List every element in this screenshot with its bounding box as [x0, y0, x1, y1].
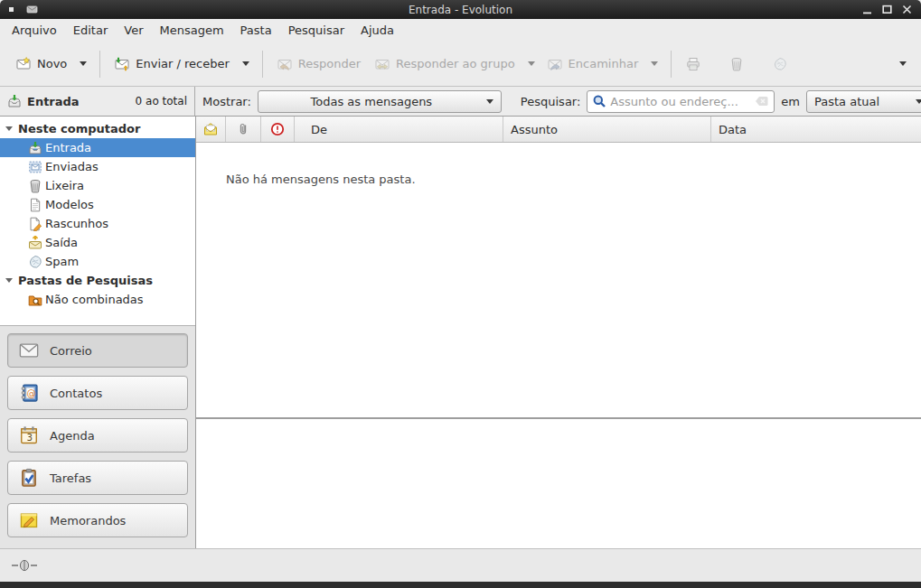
sidebar-item-nao-combinadas[interactable]: Não combinadas	[0, 290, 195, 309]
folder-label: Entrada	[45, 141, 91, 154]
send-receive-group: Enviar / receber	[108, 51, 255, 77]
current-folder-header: Entrada 0 ao total	[0, 87, 195, 116]
forward-dropdown-button[interactable]	[645, 56, 663, 71]
sidebar-item-modelos[interactable]: Modelos	[0, 195, 195, 214]
message-list-header: De Assunto Data	[196, 117, 921, 143]
menu-arquivo[interactable]: Arquivo	[4, 21, 65, 40]
reply-all-button-label: Responder ao grupo	[396, 57, 515, 70]
reply-button-label: Responder	[298, 57, 361, 70]
current-folder-label: Entrada	[27, 95, 80, 108]
sidebar-item-enviadas[interactable]: Enviadas	[0, 157, 195, 176]
window-title: Entrada - Evolution	[0, 4, 921, 16]
sidebar-group-neste-computador[interactable]: Neste computador	[0, 119, 195, 138]
menu-editar[interactable]: Editar	[65, 21, 117, 40]
column-assunto[interactable]: Assunto	[503, 117, 711, 142]
toolbar-overflow-button[interactable]	[894, 56, 912, 71]
menu-ver[interactable]: Ver	[116, 21, 151, 40]
column-attachment[interactable]	[226, 117, 261, 142]
new-mail-icon	[16, 57, 31, 71]
menubar: Arquivo Editar Ver Mensagem Pasta Pesqui…	[0, 19, 921, 42]
chevron-down-icon	[486, 99, 493, 104]
switcher-button-correio[interactable]: Correio	[7, 333, 188, 368]
online-status-button[interactable]	[12, 559, 37, 572]
message-pane: De Assunto Data Não há mensagens nesta p…	[196, 117, 921, 548]
templates-icon	[28, 198, 42, 212]
attachment-icon	[236, 122, 250, 136]
switcher-label: Contatos	[50, 387, 102, 400]
expander-icon[interactable]	[5, 278, 13, 283]
evolution-window: Entrada - Evolution Arquivo Editar Ver M…	[0, 0, 921, 588]
switcher-button-agenda[interactable]: 3 Agenda	[7, 418, 188, 453]
reply-all-dropdown-button[interactable]	[522, 56, 540, 71]
new-dropdown-button[interactable]	[74, 56, 92, 71]
reply-group: Responder	[270, 51, 368, 77]
delete-group	[722, 51, 751, 77]
sidebar-item-rascunhos[interactable]: Rascunhos	[0, 214, 195, 233]
folder-label: Enviadas	[45, 160, 99, 173]
folder-label: Modelos	[45, 198, 94, 211]
search-scope-dropdown[interactable]: Pasta atual	[806, 90, 921, 113]
junk-icon	[28, 255, 42, 269]
maximize-button[interactable]	[879, 3, 894, 17]
menu-pesquisar[interactable]: Pesquisar	[280, 21, 352, 40]
sidebar-group-pastas-de-pesquisas[interactable]: Pastas de Pesquisas	[0, 271, 195, 290]
group-label: Neste computador	[18, 122, 140, 135]
switcher-button-memorandos[interactable]: Memorandos	[7, 503, 188, 537]
folder-label: Lixeira	[45, 179, 84, 192]
send-receive-button[interactable]: Enviar / receber	[108, 51, 237, 77]
junk-button[interactable]	[766, 51, 794, 77]
outbox-icon	[28, 236, 42, 250]
inbox-icon	[7, 94, 22, 108]
inbox-icon	[28, 141, 42, 155]
sidebar-item-entrada[interactable]: Entrada	[0, 138, 195, 157]
folder-sidebar: Neste computador Entrada Enviadas Lixeir…	[0, 117, 196, 548]
reply-all-button[interactable]: Responder ao grupo	[368, 51, 522, 77]
message-list[interactable]: Não há mensagens nesta pasta.	[196, 143, 921, 417]
clear-search-icon[interactable]	[755, 94, 769, 108]
search-label: Pesquisar:	[521, 95, 581, 108]
column-read-status[interactable]	[196, 117, 226, 142]
svg-text:3: 3	[27, 432, 33, 443]
minimize-button[interactable]	[860, 3, 874, 17]
switcher-label: Memorandos	[50, 514, 126, 527]
chevron-down-icon	[528, 61, 535, 66]
expander-icon[interactable]	[5, 126, 13, 131]
trash-icon	[729, 57, 744, 71]
forward-button-label: Encaminhar	[569, 57, 639, 70]
search-scope-value: Pasta atual	[814, 95, 916, 108]
close-button[interactable]	[899, 3, 914, 17]
menu-mensagem[interactable]: Mensagem	[152, 21, 232, 40]
menu-ajuda[interactable]: Ajuda	[352, 21, 402, 40]
sidebar-item-spam[interactable]: Spam	[0, 252, 195, 271]
show-filter-dropdown[interactable]: Todas as mensagens	[258, 90, 502, 113]
column-data[interactable]: Data	[711, 117, 921, 142]
search-box	[587, 90, 775, 113]
memos-icon	[19, 510, 39, 530]
read-status-icon	[203, 122, 218, 136]
switcher-button-tarefas[interactable]: Tarefas	[7, 461, 188, 495]
group-label: Pastas de Pesquisas	[18, 274, 153, 287]
forward-button[interactable]: Encaminhar	[540, 51, 646, 77]
switcher-button-contatos[interactable]: @ Contatos	[7, 376, 188, 410]
new-button[interactable]: Novo	[9, 51, 74, 77]
titlebar: Entrada - Evolution	[0, 0, 921, 19]
toolbar-separator	[671, 51, 672, 78]
search-input[interactable]	[610, 95, 751, 108]
switcher-label: Agenda	[50, 429, 95, 443]
column-priority[interactable]	[261, 117, 295, 142]
forward-icon	[548, 57, 562, 71]
new-button-label: Novo	[37, 57, 67, 70]
print-button[interactable]	[679, 51, 708, 77]
sidebar-item-lixeira[interactable]: Lixeira	[0, 176, 195, 195]
delete-button[interactable]	[722, 51, 751, 77]
menu-pasta[interactable]: Pasta	[232, 21, 280, 40]
printer-icon	[686, 57, 700, 71]
filterbar: Entrada 0 ao total Mostrar: Todas as men…	[0, 87, 921, 117]
column-de[interactable]: De	[295, 117, 503, 142]
send-receive-dropdown-button[interactable]	[237, 56, 255, 71]
reply-button[interactable]: Responder	[270, 51, 368, 77]
sidebar-item-saida[interactable]: Saída	[0, 233, 195, 252]
window-menu-icon[interactable]	[9, 7, 14, 12]
chevron-down-icon	[242, 61, 249, 66]
folder-label: Rascunhos	[45, 217, 108, 230]
